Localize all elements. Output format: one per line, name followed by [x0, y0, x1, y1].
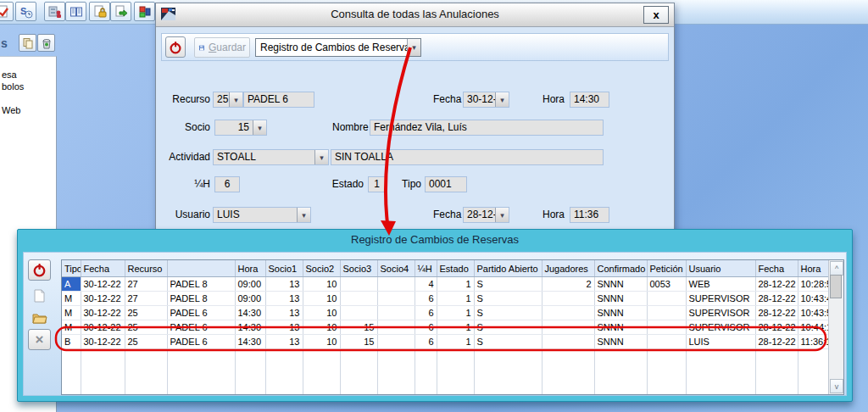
table-cell[interactable]: S: [474, 335, 542, 349]
column-header[interactable]: Fecha: [755, 260, 798, 277]
table-cell[interactable]: 10:28:53: [798, 277, 829, 292]
table-cell[interactable]: 28-12-22: [755, 306, 798, 320]
table-cell[interactable]: 30-12-22: [81, 292, 125, 306]
column-header[interactable]: ¼H: [415, 260, 437, 277]
table-cell[interactable]: 10: [303, 277, 340, 292]
table-cell[interactable]: [377, 320, 415, 335]
fecha2-combobox[interactable]: 28-12-22 ▾: [463, 207, 509, 223]
table-cell[interactable]: S: [474, 277, 542, 292]
estado-field[interactable]: 1: [368, 176, 386, 192]
table-cell[interactable]: SNNN: [594, 292, 647, 306]
actividad-code-combobox[interactable]: STOALL ▾: [213, 149, 329, 165]
table-cell[interactable]: 28-12-22: [755, 292, 798, 306]
exit-button[interactable]: [28, 259, 51, 281]
table-cell[interactable]: 1: [437, 292, 474, 306]
table-cell[interactable]: 13: [265, 277, 303, 292]
table-cell[interactable]: [647, 335, 686, 349]
column-header[interactable]: Usuario: [686, 260, 755, 277]
delete-record-button[interactable]: ×: [28, 329, 51, 350]
column-header[interactable]: [167, 260, 235, 277]
table-cell[interactable]: PADEL 8: [167, 292, 235, 306]
fecha-combobox[interactable]: 30-12-22 ▾: [463, 92, 509, 108]
table-cell[interactable]: 6: [415, 335, 437, 349]
column-header[interactable]: Petición: [647, 260, 686, 277]
table-cell[interactable]: 10: [303, 306, 340, 320]
table-cell[interactable]: SNNN: [594, 335, 647, 349]
nombre-field[interactable]: Fernández Vila, Luís: [370, 120, 604, 136]
recurso-code-combobox[interactable]: 25 ▾: [213, 92, 243, 108]
chevron-down-icon[interactable]: ▾: [229, 92, 242, 107]
table-cell[interactable]: 11:36:15: [798, 335, 829, 349]
dialog-titlebar[interactable]: Consulta de todas las Anulaciones x: [156, 3, 674, 27]
scroll-up-icon[interactable]: ^: [830, 261, 843, 276]
column-header[interactable]: Hora: [235, 260, 265, 277]
table-cell[interactable]: 6: [415, 306, 437, 320]
table-cell[interactable]: LUIS: [686, 335, 755, 349]
column-header[interactable]: Hora: [798, 260, 829, 277]
table-cell[interactable]: B: [62, 335, 81, 349]
column-header[interactable]: Jugadores: [542, 260, 594, 277]
table-cell[interactable]: M: [62, 306, 81, 320]
table-cell[interactable]: 13: [265, 320, 303, 335]
table-row[interactable]: M30-12-2227PADEL 809:00131061SSNNNSUPERV…: [62, 292, 829, 306]
copy-icon[interactable]: [19, 34, 36, 52]
column-header[interactable]: Socio1: [265, 260, 303, 277]
table-cell[interactable]: 09:00: [235, 292, 265, 306]
open-record-button[interactable]: [28, 307, 51, 328]
table-cell[interactable]: [542, 306, 594, 320]
recycle-icon[interactable]: [37, 34, 55, 52]
table-cell[interactable]: SUPERVISOR: [686, 292, 755, 306]
new-record-button[interactable]: [28, 285, 51, 306]
table-cell[interactable]: 27: [125, 292, 167, 306]
save-button[interactable]: Guardar: [194, 37, 250, 58]
column-header[interactable]: Socio2: [303, 260, 340, 277]
table-cell[interactable]: SUPERVISOR: [686, 320, 755, 335]
table-cell[interactable]: [377, 292, 415, 306]
table-cell[interactable]: SNNN: [594, 277, 647, 292]
table-cell[interactable]: M: [62, 292, 81, 306]
table-cell[interactable]: 6: [415, 292, 437, 306]
chevron-down-icon[interactable]: ▾: [495, 208, 509, 222]
close-button[interactable]: x: [643, 6, 669, 24]
table-cell[interactable]: 10: [303, 335, 340, 349]
table-row[interactable]: M30-12-2225PADEL 614:3013101561SSNNNSUPE…: [62, 320, 829, 335]
catalog-icon[interactable]: [65, 2, 86, 21]
table-cell[interactable]: 25: [125, 320, 167, 335]
scrollbar-thumb[interactable]: [830, 275, 842, 298]
table-cell[interactable]: [542, 335, 594, 349]
table-cell[interactable]: 1: [437, 306, 474, 320]
table-cell[interactable]: 15: [340, 320, 377, 335]
schedule-icon[interactable]: S: [15, 2, 36, 21]
cuarto-h-field[interactable]: 6: [214, 176, 240, 192]
table-cell[interactable]: 6: [415, 320, 437, 335]
scroll-down-icon[interactable]: v: [830, 379, 843, 393]
table-cell[interactable]: 30-12-22: [81, 320, 125, 335]
table-cell[interactable]: 14:30: [235, 335, 265, 349]
column-header[interactable]: Recurso: [125, 260, 167, 277]
organization-icon[interactable]: [44, 2, 65, 21]
table-cell[interactable]: [647, 292, 686, 306]
table-row[interactable]: M30-12-2225PADEL 614:30131061SSNNNSUPERV…: [62, 306, 829, 320]
table-cell[interactable]: S: [474, 292, 542, 306]
table-cell[interactable]: [340, 292, 377, 306]
table-cell[interactable]: [377, 277, 415, 292]
status-squares-icon[interactable]: [134, 2, 155, 21]
table-cell[interactable]: [377, 335, 415, 349]
table-cell[interactable]: 10:43:59: [798, 306, 829, 320]
table-cell[interactable]: 15: [340, 335, 377, 349]
table-cell[interactable]: SUPERVISOR: [686, 306, 755, 320]
vertical-scrollbar[interactable]: ^ v: [828, 260, 843, 394]
sidebar-item[interactable]: bolos: [2, 81, 24, 92]
edit-check-icon[interactable]: [0, 2, 14, 21]
table-cell[interactable]: 28-12-22: [755, 335, 798, 349]
table-cell[interactable]: S: [474, 306, 542, 320]
table-cell[interactable]: PADEL 6: [167, 306, 235, 320]
table-cell[interactable]: 2: [542, 277, 594, 292]
tipo-field[interactable]: 0001: [425, 176, 467, 192]
export-document-icon[interactable]: [110, 2, 131, 21]
table-cell[interactable]: 09:00: [235, 277, 265, 292]
sidebar-item[interactable]: Web: [2, 105, 20, 115]
table-cell[interactable]: 13: [265, 306, 303, 320]
column-header[interactable]: Estado: [437, 260, 474, 277]
table-cell[interactable]: 14:30: [235, 320, 265, 335]
